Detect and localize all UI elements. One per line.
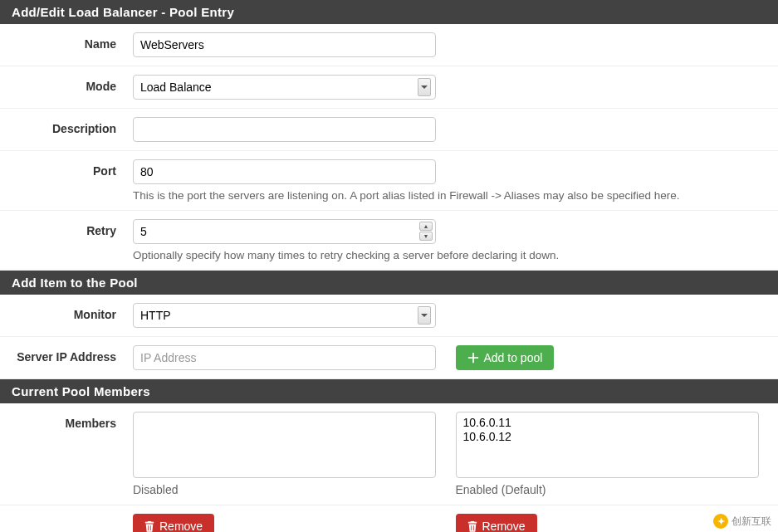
mode-select[interactable]: Load Balance — [133, 75, 436, 100]
retry-help: Optionally specify how many times to ret… — [133, 249, 761, 261]
enabled-members-list[interactable]: 10.6.0.1110.6.0.12 — [456, 412, 759, 478]
label-serverip: Server IP Address — [0, 345, 133, 364]
retry-input[interactable] — [133, 219, 436, 244]
add-to-pool-button[interactable]: Add to pool — [456, 345, 555, 370]
watermark-logo-icon: ✦ — [713, 514, 728, 529]
label-description: Description — [0, 117, 133, 135]
port-help: This is the port the servers are listeni… — [133, 189, 761, 202]
monitor-select[interactable]: HTTP — [133, 303, 436, 328]
label-mode: Mode — [0, 75, 133, 93]
label-monitor: Monitor — [0, 303, 133, 321]
retry-step-down[interactable]: ▼ — [419, 232, 433, 241]
remove-enabled-button[interactable]: Remove — [456, 514, 537, 532]
section-header-additem: Add Item to the Pool — [0, 271, 778, 295]
enabled-label: Enabled (Default) — [456, 483, 762, 496]
serverip-input[interactable] — [133, 345, 436, 370]
description-input[interactable] — [133, 117, 436, 142]
disabled-members-list[interactable] — [133, 412, 436, 478]
trash-icon — [467, 520, 477, 532]
label-members: Members — [0, 412, 133, 430]
add-to-pool-label: Add to pool — [484, 351, 543, 364]
port-input[interactable] — [133, 159, 436, 184]
remove-disabled-label: Remove — [159, 520, 203, 532]
label-port: Port — [0, 159, 133, 178]
watermark: ✦ 创新互联 — [713, 514, 771, 529]
section-header-edit: Add/Edit Load Balancer - Pool Entry — [0, 0, 778, 24]
plus-icon — [467, 352, 479, 364]
label-name: Name — [0, 32, 133, 51]
remove-disabled-button[interactable]: Remove — [133, 514, 214, 532]
retry-step-up[interactable]: ▲ — [419, 222, 433, 231]
name-input[interactable] — [133, 32, 436, 57]
label-retry: Retry — [0, 219, 133, 237]
section-header-members: Current Pool Members — [0, 379, 778, 403]
watermark-text: 创新互联 — [732, 515, 771, 529]
remove-enabled-label: Remove — [482, 520, 526, 532]
trash-icon — [144, 520, 154, 532]
disabled-label: Disabled — [133, 483, 439, 496]
